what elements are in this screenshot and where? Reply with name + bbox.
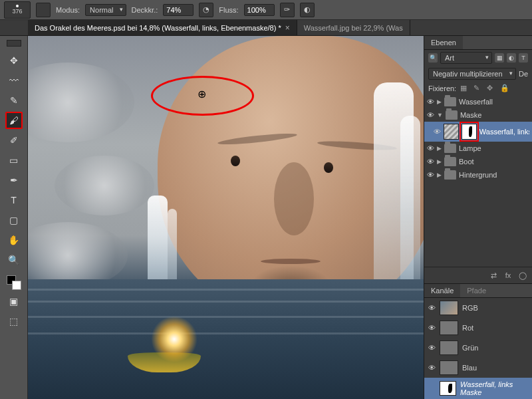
channel-row-selected[interactable]: 👁 Wasserfall, links Maske [424,378,532,399]
layer-name: Wasserfall, links [479,128,529,136]
disclose-icon[interactable]: ▼ [437,112,443,118]
toolbox: ✥ 〰 ✎ 🖌 ✐ ▭ ✒ T ▢ ✋ 🔍 ▣ ⬚ [0,36,28,399]
link-icon[interactable]: ⇄ [488,270,499,281]
layer-name: Hintergrund [459,171,497,179]
visibility-icon[interactable]: 👁 [434,128,441,136]
type-tool[interactable]: T [5,192,23,209]
brush-tool[interactable]: 🖌 [5,112,23,129]
channel-row[interactable]: 👁 Blau [424,358,532,378]
disclose-icon[interactable]: ▶ [437,172,442,178]
opacity-label: Deckkr.: [132,6,158,14]
history-brush-tool[interactable]: ✐ [5,132,23,149]
fx-icon[interactable]: fx [503,270,513,281]
color-swatches[interactable] [7,275,21,290]
channel-row[interactable]: 👁 Grün [424,338,532,358]
channel-thumbnail [440,301,458,315]
visibility-icon[interactable]: 👁 [428,344,436,352]
channel-row[interactable]: 👁 Rot [424,318,532,338]
gradient-tool[interactable]: ▭ [5,152,23,169]
layer-row[interactable]: 👁 ▶ Wasserfall [424,95,532,108]
move-tool[interactable]: ✥ [5,52,23,69]
channel-name: RGB [462,304,478,312]
visibility-icon[interactable]: 👁 [428,364,436,372]
layers-list: 👁 ▶ Wasserfall 👁 ▼ Maske 👁 Wasserfall, l… [424,95,532,182]
visibility-icon[interactable]: 👁 [428,304,436,312]
brush-cursor-icon: ⊕ [198,88,206,100]
filter-type-dropdown[interactable]: Art [440,52,492,64]
eyedropper-tool[interactable]: ✎ [5,92,23,109]
flow-label: Fluss: [219,6,238,14]
shape-tool[interactable]: ▢ [5,211,23,229]
layer-row[interactable]: 👁 ▶ Lampe [424,142,532,155]
close-icon[interactable]: × [285,23,290,33]
layer-row[interactable]: 👁 ▶ Boot [424,155,532,168]
layer-row-selected[interactable]: 👁 Wasserfall, links [424,122,532,142]
hand-tool[interactable]: ✋ [5,231,23,249]
airbrush-icon[interactable]: ✑ [280,3,295,17]
channel-thumbnail [440,340,458,355]
screen-mode-tool[interactable]: ⬚ [5,313,23,330]
visibility-icon[interactable]: 👁 [427,98,434,106]
disclose-icon[interactable]: ▶ [437,158,442,165]
layer-name: Wasserfall [459,98,493,106]
zoom-tool[interactable]: 🔍 [5,251,23,269]
opacity-pressure-icon[interactable]: ◔ [199,3,213,17]
tab-title: Das Orakel des Meeres.psd bei 14,8% (Was… [35,24,281,32]
lock-position-icon[interactable]: ✥ [487,84,496,93]
toolbox-handle[interactable] [7,40,21,47]
channels-panel: Kanäle Pfade 👁 RGB 👁 Rot 👁 Grün 👁 [424,283,532,399]
quickmask-tool[interactable]: ▣ [5,293,23,310]
visibility-icon[interactable]: 👁 [427,158,434,166]
filter-adj-icon[interactable]: ◐ [507,53,516,63]
mode-label: Modus: [56,6,80,14]
tab-active-doc[interactable]: Das Orakel des Meeres.psd bei 14,8% (Was… [28,20,297,35]
artwork-lamp-glow [151,316,198,362]
background-color[interactable] [12,281,21,290]
filter-type-icon[interactable]: 🔍 [428,53,438,63]
disclose-icon[interactable]: ▶ [437,145,442,152]
opacity-input[interactable]: 74% [163,4,194,16]
visibility-icon[interactable]: 👁 [427,171,434,179]
channel-name: Rot [462,324,473,332]
channel-row[interactable]: 👁 RGB [424,298,532,318]
blend-mode-dropdown-panel[interactable]: Negativ multiplizieren [428,68,516,80]
filter-type2-icon[interactable]: T [519,53,528,63]
layers-footer: ⇄ fx ◯ [424,267,532,283]
lock-label: Fixieren: [428,84,456,92]
brush-preset-picker[interactable]: 376 [4,1,31,19]
tab-paths[interactable]: Pfade [460,284,493,297]
layer-name: Boot [459,158,474,166]
artwork-sea [28,279,424,399]
lock-all-icon[interactable]: 🔒 [500,84,509,93]
lock-transparency-icon[interactable]: ▦ [460,84,469,93]
filter-img-icon[interactable]: ▦ [495,53,504,63]
tablet-pressure-icon[interactable]: ◐ [300,3,315,17]
tab-inactive-doc[interactable]: Wasserfall.jpg bei 22,9% (Was [297,20,410,35]
document-canvas[interactable]: ⊕ [28,36,424,399]
layer-row[interactable]: 👁 ▼ Maske [424,108,532,122]
flow-input[interactable]: 100% [244,4,275,16]
lock-paint-icon[interactable]: ✎ [473,84,483,93]
visibility-icon[interactable]: 👁 [427,144,434,152]
disclose-icon[interactable]: ▶ [437,98,442,105]
layers-panel-tabs: Ebenen [424,36,532,50]
layer-row[interactable]: 👁 ▶ Hintergrund [424,168,532,182]
pen-tool[interactable]: ✒ [5,172,23,189]
layer-thumbnail[interactable] [444,124,459,140]
visibility-icon[interactable]: 👁 [427,111,434,119]
mask-icon[interactable]: ◯ [517,270,528,281]
tab-layers[interactable]: Ebenen [424,36,463,49]
blend-mode-dropdown[interactable]: Normal [85,4,126,16]
visibility-icon[interactable]: 👁 [428,324,436,332]
folder-icon [444,97,456,106]
layer-name: Maske [460,111,481,119]
layer-mask-thumbnail[interactable] [462,124,477,140]
brush-panel-icon[interactable] [36,3,51,17]
folder-icon [446,110,458,120]
tab-channels[interactable]: Kanäle [424,284,460,297]
blend-extra-label: De [519,70,528,78]
channel-name: Blau [462,364,477,372]
folder-icon [444,170,456,180]
tab-title: Wasserfall.jpg bei 22,9% (Was [304,24,403,32]
brush-alt-tool[interactable]: 〰 [5,72,23,89]
